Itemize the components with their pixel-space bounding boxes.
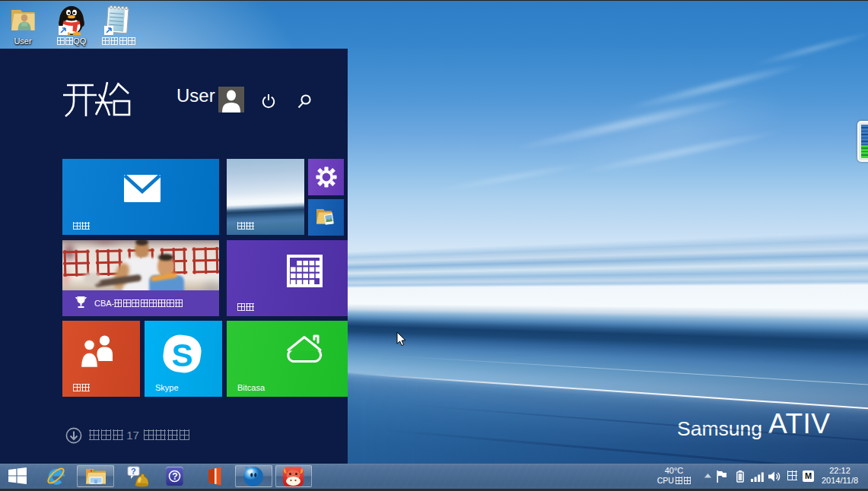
svg-text:?: ? bbox=[131, 467, 136, 476]
svg-text:?: ? bbox=[172, 471, 177, 482]
